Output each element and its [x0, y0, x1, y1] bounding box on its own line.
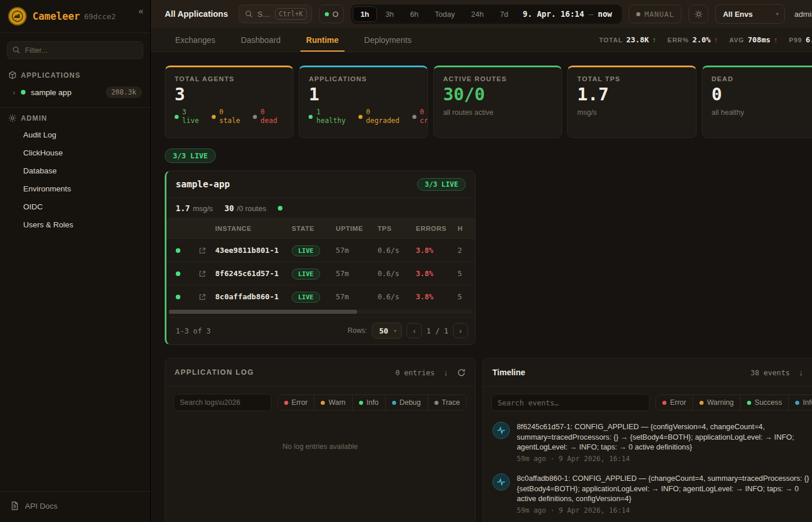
range-button-1h[interactable]: 1h	[353, 6, 376, 22]
app-live-badge: 3/3 LIVE	[417, 178, 466, 191]
substat-num: 3	[182, 108, 199, 117]
live-summary-badge: 3/3 LIVE	[165, 148, 216, 163]
timeline-filters: Error Warning Success Info	[483, 387, 812, 418]
row-range-label: 1-3 of 3	[176, 327, 211, 335]
filter-success-button[interactable]: Success	[740, 395, 788, 410]
range-button-3h[interactable]: 3h	[378, 6, 401, 22]
sidebar-section-applications: APPLICATIONS	[0, 65, 150, 83]
filter-label: Debug	[400, 398, 421, 407]
global-search-button[interactable]: S… Ctrl+K	[238, 5, 312, 23]
status-dot-green	[309, 115, 313, 119]
activity-pulse-icon	[492, 422, 510, 439]
filter-label: Info	[367, 398, 379, 407]
range-button-24h[interactable]: 24h	[463, 6, 491, 22]
chevron-right-icon[interactable]: ›	[13, 88, 15, 97]
sidebar-filter-input[interactable]	[7, 41, 143, 59]
filter-debug-button[interactable]: Debug	[385, 395, 427, 410]
external-link-icon[interactable]	[198, 293, 206, 301]
theme-toggle-button[interactable]	[688, 5, 708, 23]
sidebar-item-audit-log[interactable]: Audit Log	[0, 126, 150, 144]
range-button-6h[interactable]: 6h	[403, 6, 426, 22]
sidebar-item-environments[interactable]: Environments	[0, 180, 150, 198]
range-button-today[interactable]: Today	[427, 6, 462, 22]
arrow-up-icon: ↑	[714, 36, 717, 44]
time-separator: –	[589, 10, 593, 19]
status-dot-green	[747, 401, 751, 405]
sidebar-item-users-roles[interactable]: Users & Roles	[0, 216, 150, 234]
time-range-display[interactable]: 9. Apr. 16:14 – now	[517, 7, 620, 21]
sidebar-item-clickhouse[interactable]: ClickHouse	[0, 144, 150, 162]
refresh-icon[interactable]	[457, 368, 466, 377]
scrollbar-thumb[interactable]	[169, 310, 357, 314]
live-status-toggle[interactable]: O	[319, 5, 344, 23]
log-search-input[interactable]	[173, 394, 271, 411]
table-row[interactable]: 43ee9811b801-1 LIVE 57m 0.6/s 3.8% 2	[166, 238, 476, 262]
gear-icon	[8, 114, 17, 122]
event-text: 8f6245c61d57-1: CONFIG_APPLIED — {config…	[517, 422, 812, 452]
filter-info-button[interactable]: Info	[788, 395, 812, 410]
sidebar-item-oidc[interactable]: OIDC	[0, 198, 150, 216]
status-dot-gray	[434, 401, 438, 405]
tab-dashboard[interactable]: Dashboard	[230, 28, 291, 52]
rows-per-page-select[interactable]: 50 ▾	[372, 322, 403, 339]
app-tps-value: 1.7	[176, 204, 190, 213]
filter-label: Warn	[328, 398, 345, 407]
errors-value: 3.8%	[416, 246, 458, 255]
card-value: 0	[712, 85, 812, 104]
tab-runtime[interactable]: Runtime	[296, 28, 349, 52]
search-icon	[245, 10, 253, 18]
sidebar-item-api-docs[interactable]: API Docs	[0, 491, 150, 522]
sidebar-item-sample-app[interactable]: › sample app 208.3k	[0, 83, 150, 102]
stat-card-total-tps: TOTAL TPS 1.7 msg/s	[567, 66, 696, 138]
range-button-7d[interactable]: 7d	[492, 6, 516, 22]
event-text: 8c0affadb860-1: CONFIG_APPLIED — {change…	[517, 473, 812, 504]
external-link-icon[interactable]	[198, 270, 206, 278]
app-routes-suffix: /0 routes	[237, 204, 266, 213]
log-empty-message: No log entries available	[165, 418, 475, 451]
prev-page-button[interactable]: ‹	[407, 323, 422, 338]
tab-deployments[interactable]: Deployments	[354, 28, 422, 52]
environment-selected: All Envs	[723, 10, 752, 19]
filter-warning-button[interactable]: Warning	[693, 395, 740, 410]
next-page-button[interactable]: ›	[453, 323, 468, 338]
status-dot-green	[176, 271, 180, 276]
manual-mode-button[interactable]: MANUAL	[629, 5, 682, 23]
card-substats: 1healthy 0degraded 0critical	[309, 108, 418, 125]
card-title: APPLICATIONS	[309, 75, 418, 82]
external-link-icon[interactable]	[198, 246, 206, 255]
filter-error-button[interactable]: Error	[278, 395, 314, 410]
table-row[interactable]: 8f6245c61d57-1 LIVE 57m 0.6/s 3.8% 5	[166, 262, 476, 285]
kpi-total-value: 23.8K	[626, 35, 649, 44]
brand-logo-icon	[8, 7, 27, 26]
filter-info-button[interactable]: Info	[352, 395, 385, 410]
document-icon	[10, 501, 19, 510]
substat-label: dead	[260, 117, 277, 125]
filter-warn-button[interactable]: Warn	[314, 395, 351, 410]
log-level-filter-group: Error Warn Info Debug Trace	[277, 394, 467, 411]
filter-label: Error	[292, 398, 308, 407]
table-row[interactable]: 8c0affadb860-1 LIVE 57m 0.6/s 3.8% 5	[166, 285, 476, 308]
errors-value: 3.8%	[416, 292, 458, 301]
timeline-search-input[interactable]	[491, 394, 650, 411]
environment-select[interactable]: All Envs ▾	[715, 4, 785, 24]
table-footer: 1-3 of 3 Rows: 50 ▾ ‹ 1 / 1 ›	[166, 317, 475, 345]
tab-exchanges[interactable]: Exchanges	[165, 28, 226, 52]
horizontal-scrollbar[interactable]	[169, 310, 473, 314]
stat-card-active-routes: ACTIVE ROUTES 30/0 all routes active	[433, 66, 562, 138]
panels-row: APPLICATION LOG 0 entries ↓ Error Warn I…	[165, 358, 812, 522]
filter-trace-button[interactable]: Trace	[427, 395, 467, 410]
col-tps: TPS	[378, 225, 416, 232]
app-root: Cameleer 69dcce2 « APPLICATIONS › sample…	[0, 0, 812, 522]
stat-card-dead: DEAD 0 all healthy	[702, 66, 812, 138]
package-icon	[8, 71, 17, 79]
sidebar-item-database[interactable]: Database	[0, 162, 150, 180]
timeline-event[interactable]: 8f6245c61d57-1: CONFIG_APPLIED — {config…	[492, 422, 812, 463]
card-title: TOTAL TPS	[577, 75, 686, 82]
download-icon[interactable]: ↓	[799, 368, 803, 377]
status-dot-red	[284, 401, 288, 405]
timeline-event[interactable]: 8c0affadb860-1: CONFIG_APPLIED — {change…	[492, 473, 812, 514]
substat-label: healthy	[316, 117, 346, 125]
download-icon[interactable]: ↓	[444, 368, 448, 377]
filter-error-button[interactable]: Error	[656, 395, 693, 410]
sidebar-collapse-icon[interactable]: «	[139, 6, 143, 16]
